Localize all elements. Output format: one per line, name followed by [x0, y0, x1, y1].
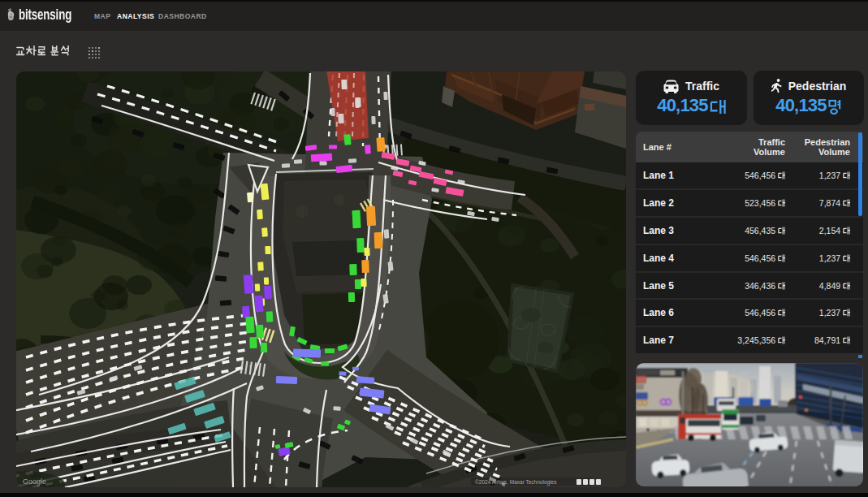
- svg-text:©2024 Airbus, Maxar Technologi: ©2024 Airbus, Maxar Technologies: [475, 479, 557, 486]
- svg-text:Google: Google: [23, 478, 46, 486]
